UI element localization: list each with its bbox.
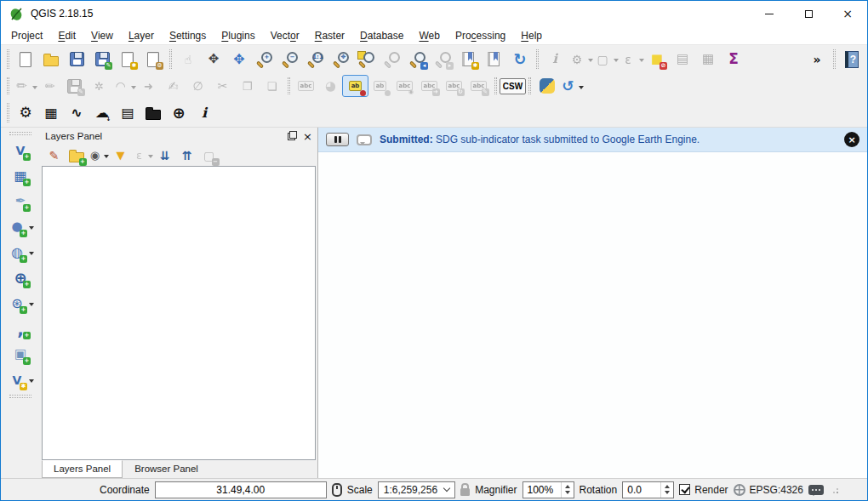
save-project-as-button[interactable]: ✎ bbox=[89, 48, 115, 71]
trends-earth-data-folder-button[interactable] bbox=[140, 101, 166, 125]
collapse-all-button[interactable]: ⇈ bbox=[176, 145, 197, 165]
render-checkbox[interactable] bbox=[679, 484, 690, 495]
expand-all-button[interactable]: ⇊ bbox=[154, 145, 175, 165]
toolbar-grip[interactable] bbox=[288, 77, 290, 94]
menu-database[interactable]: Database bbox=[352, 27, 411, 44]
add-delimited-text-layer-button[interactable]: ,+ bbox=[3, 316, 38, 341]
close-button[interactable]: × bbox=[828, 1, 867, 26]
add-vector-layer-button[interactable]: V+ bbox=[3, 138, 38, 162]
add-postgis-layer-button[interactable]: ●+ bbox=[3, 214, 38, 239]
add-wfs-layer-button[interactable]: ⊛+ bbox=[3, 291, 38, 316]
menu-edit[interactable]: Edit bbox=[50, 27, 83, 44]
deselect-all-button[interactable]: ■⊘ bbox=[644, 48, 670, 71]
map-canvas[interactable] bbox=[318, 152, 867, 478]
new-print-composer-button[interactable]: ✱ bbox=[115, 48, 140, 71]
save-project-button[interactable] bbox=[64, 48, 89, 71]
add-spatialite-layer-button[interactable]: ✒+ bbox=[3, 189, 38, 213]
trends-earth-info-button[interactable]: i bbox=[191, 101, 217, 125]
pin-unpin-labels-button[interactable]: ab bbox=[343, 76, 368, 96]
rotation-spinbox[interactable] bbox=[622, 481, 674, 498]
toolbar-grip[interactable] bbox=[7, 103, 9, 122]
pan-to-selection-button[interactable]: ✥ bbox=[226, 48, 252, 71]
menu-settings[interactable]: Settings bbox=[162, 27, 214, 44]
show-bookmarks-button[interactable] bbox=[482, 48, 507, 71]
menu-layer[interactable]: Layer bbox=[121, 27, 162, 44]
zoom-in-button[interactable]: + bbox=[252, 48, 277, 71]
menu-help[interactable]: Help bbox=[513, 27, 550, 44]
spin-up-icon[interactable] bbox=[565, 482, 570, 488]
maximize-button[interactable] bbox=[789, 1, 828, 26]
menu-web[interactable]: Web bbox=[411, 27, 447, 44]
open-project-button[interactable] bbox=[38, 48, 64, 71]
spin-down-icon[interactable] bbox=[665, 491, 670, 497]
add-raster-layer-button[interactable]: ▦+ bbox=[3, 163, 38, 188]
layers-list[interactable] bbox=[42, 166, 316, 460]
menu-project[interactable]: Project bbox=[3, 27, 50, 44]
trends-earth-settings-wrench-button[interactable]: ⚙ bbox=[13, 101, 38, 125]
add-virtual-layer-button[interactable]: V✱ bbox=[3, 367, 38, 392]
statistical-summary-button[interactable]: Σ bbox=[721, 48, 746, 71]
toolbar-grip[interactable] bbox=[536, 49, 539, 69]
trends-earth-calculate-button[interactable]: ▦ bbox=[38, 101, 64, 125]
menu-processing[interactable]: Processing bbox=[448, 27, 513, 44]
open-layer-styling-button[interactable]: ✎ bbox=[43, 145, 65, 165]
refresh-map-button[interactable]: ↻ bbox=[507, 48, 533, 71]
log-messages-icon[interactable] bbox=[808, 485, 824, 495]
plugin-blue-arrow-button[interactable]: ↺ bbox=[559, 76, 584, 96]
help-contents-button[interactable]: ? bbox=[839, 48, 865, 71]
magnifier-spin-arrows[interactable] bbox=[561, 482, 574, 498]
title-bar[interactable]: QGIS 2.18.15 × bbox=[1, 1, 867, 26]
add-group-button[interactable]: + bbox=[66, 145, 87, 165]
zoom-last-button[interactable]: ◂ bbox=[405, 48, 431, 71]
new-shapefile-layer-button[interactable]: ▣+ bbox=[3, 342, 38, 367]
coordinate-input[interactable] bbox=[155, 481, 327, 498]
trends-earth-plot-button[interactable]: ∿ bbox=[64, 101, 89, 125]
spin-up-icon[interactable] bbox=[665, 482, 670, 488]
new-project-button[interactable] bbox=[13, 48, 38, 71]
zoom-native-button[interactable]: 1:1 bbox=[303, 48, 328, 71]
toolbar-grip[interactable] bbox=[9, 132, 31, 135]
tab-browser-panel[interactable]: Browser Panel bbox=[123, 460, 210, 478]
mouse-position-toggle-icon[interactable] bbox=[332, 483, 342, 497]
resize-grip[interactable] bbox=[831, 485, 839, 495]
add-wms-layer-button[interactable]: ⊕+ bbox=[3, 265, 38, 290]
python-console-button[interactable] bbox=[534, 76, 559, 96]
crs-status-button[interactable]: EPSG:4326 bbox=[734, 484, 803, 496]
toolbar-grip[interactable] bbox=[494, 77, 497, 94]
magnifier-spinbox[interactable] bbox=[523, 481, 574, 498]
float-panel-icon[interactable] bbox=[288, 133, 295, 140]
toolbar-grip[interactable] bbox=[7, 77, 9, 94]
minimize-button[interactable] bbox=[750, 1, 789, 26]
tab-layers-panel[interactable]: Layers Panel bbox=[42, 460, 123, 478]
add-mssql-layer-button[interactable]: ◍+ bbox=[3, 240, 38, 265]
zoom-out-button[interactable]: − bbox=[277, 48, 303, 71]
new-bookmark-button[interactable]: ✱ bbox=[456, 48, 482, 71]
lock-scale-icon[interactable] bbox=[460, 488, 470, 496]
toolbar-grip[interactable] bbox=[7, 49, 9, 69]
layers-panel-header[interactable]: Layers Panel × bbox=[40, 128, 317, 145]
menu-vector[interactable]: Vector bbox=[263, 27, 307, 44]
trends-earth-report-button[interactable]: ▤ bbox=[115, 101, 140, 125]
pause-messages-button[interactable] bbox=[326, 133, 349, 146]
menu-raster[interactable]: Raster bbox=[307, 27, 352, 44]
zoom-to-layer-button[interactable] bbox=[354, 48, 380, 71]
toolbar-grip[interactable] bbox=[169, 49, 172, 69]
metasearch-csw-button[interactable]: CSW bbox=[500, 76, 525, 96]
rotation-spin-arrows[interactable] bbox=[660, 482, 673, 498]
toolbar-overflow-button[interactable]: » bbox=[804, 48, 830, 71]
manage-layer-visibility-button[interactable]: ◉ bbox=[88, 145, 109, 165]
scale-combobox[interactable]: 1:6,259,256 bbox=[378, 481, 455, 498]
menu-view[interactable]: View bbox=[83, 27, 121, 44]
close-message-button[interactable]: × bbox=[844, 132, 859, 147]
trends-earth-download-button[interactable]: ☁↓ bbox=[89, 101, 115, 125]
toolbar-grip[interactable] bbox=[528, 77, 531, 94]
close-panel-icon[interactable]: × bbox=[303, 131, 312, 142]
pan-map-button[interactable]: ✥ bbox=[201, 48, 226, 71]
zoom-full-button[interactable]: ✥ bbox=[328, 48, 354, 71]
composer-manager-button[interactable]: ⚙ bbox=[140, 48, 166, 71]
magnifier-input[interactable] bbox=[523, 482, 561, 498]
toolbar-grip[interactable] bbox=[9, 395, 31, 398]
rotation-input[interactable] bbox=[623, 482, 660, 498]
trends-earth-globe-button[interactable]: ⊕ bbox=[166, 101, 191, 125]
menu-plugins[interactable]: Plugins bbox=[214, 27, 262, 44]
